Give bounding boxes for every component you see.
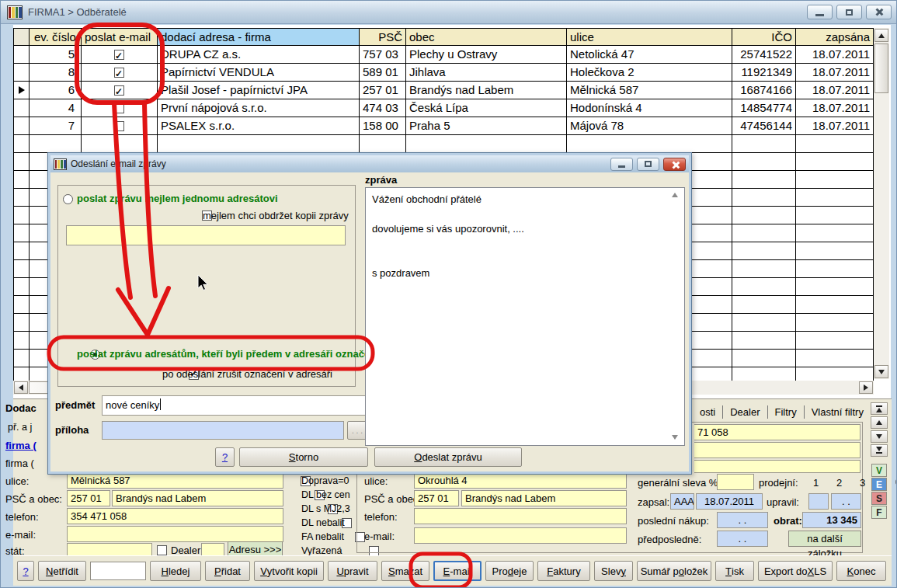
tab-partial[interactable]: osti [693, 406, 722, 418]
vyrazena-label: Vyřazená [301, 545, 342, 556]
faktury-button[interactable]: Faktury [537, 561, 590, 581]
table-row[interactable]: 6 Plašil Josef - papírnictví JPA 257 01 … [13, 82, 891, 99]
obec-field[interactable]: Brandýs nad Labem [112, 490, 283, 506]
upravit-button[interactable]: Upravit [328, 561, 377, 581]
telefon2-label: telefon: [364, 511, 398, 523]
posledni-nakup-label: poslední nákup: [638, 515, 709, 527]
header-psc[interactable]: PSČ [360, 28, 406, 46]
vscroll-thumb[interactable] [874, 43, 888, 93]
letter-button-s[interactable]: S [871, 492, 887, 505]
dealer-checkbox[interactable] [157, 545, 167, 555]
textarea-scroll-down-icon[interactable] [672, 435, 678, 440]
covered-field-2[interactable] [694, 442, 860, 458]
predmet-input[interactable]: nové ceníky [102, 395, 366, 416]
zapsal-field: AAA [670, 493, 694, 510]
ulice2-field[interactable]: Okrouhlá 4 [414, 472, 627, 489]
table-row[interactable]: 5 DRUPA CZ a.s. 757 03 Plechy u Ostravy … [13, 46, 891, 64]
email-label: e-mail: [5, 529, 36, 541]
dialog-maximize-button[interactable] [637, 158, 659, 171]
tab-dealer[interactable]: Dealer [723, 406, 767, 418]
smazat-button[interactable]: Smazat [381, 561, 429, 581]
email2-field[interactable] [414, 527, 627, 544]
table-empty-row[interactable] [13, 135, 891, 153]
vytvorit-kopii-button[interactable]: Vytvořit kopii [254, 561, 324, 581]
textarea-scroll-up-icon[interactable] [672, 193, 678, 197]
poslat-email-checkbox[interactable] [114, 103, 124, 113]
titlebar[interactable]: FIRMA1 > Odběratelé [1, 1, 897, 24]
dialog-titlebar[interactable]: Odeslání e-mail zprávy [50, 155, 689, 172]
slevy-button[interactable]: Slevy [594, 561, 633, 581]
header-obec[interactable]: obec [406, 28, 567, 46]
konec-button[interactable]: Konec [836, 561, 886, 581]
maximize-icon [645, 161, 652, 167]
priloha-input[interactable] [102, 421, 344, 440]
sumar-polozek-button[interactable]: Sumář položek [637, 561, 711, 581]
single-recipient-radio[interactable] [63, 194, 73, 204]
poslat-email-checkbox[interactable] [114, 68, 124, 78]
poslat-email-checkbox[interactable] [114, 50, 124, 60]
predposledne-field: . . [717, 531, 768, 547]
predposledne-label: předposledně: [638, 534, 701, 545]
netridit-button[interactable]: Netřídit [38, 561, 86, 581]
dialog-help-button[interactable]: ? [215, 447, 235, 467]
poslat-email-checkbox[interactable] [114, 121, 124, 131]
header-zapsana[interactable]: zapsána [796, 28, 874, 46]
table-vscrollbar[interactable] [874, 28, 889, 379]
firma-link[interactable]: firma ( [5, 440, 37, 451]
email-button[interactable]: E-mail [433, 561, 482, 581]
minimize-button[interactable] [807, 5, 833, 19]
header-poslat-email[interactable]: poslat e-mail [82, 28, 158, 46]
tab-vlastni-filtry[interactable]: Vlastní filtry [805, 406, 871, 418]
sleva-field[interactable] [717, 474, 754, 490]
psc-field[interactable]: 257 01 [67, 490, 110, 506]
dialog-icon [54, 158, 67, 170]
letter-button-f[interactable]: F [871, 506, 887, 519]
email-dialog: Odeslání e-mail zprávy poslat zprávu mej… [47, 152, 692, 475]
search-input[interactable] [90, 562, 146, 580]
storno-button[interactable]: Storno [239, 447, 368, 467]
table-row[interactable]: 8 Papírnictví VENDULA 589 01 Jihlava Hol… [13, 64, 891, 82]
poslat-email-checkbox[interactable] [114, 85, 124, 96]
psc2-field[interactable]: 257 01 [414, 490, 459, 506]
scroll-left-button[interactable] [14, 381, 28, 394]
scroll-down-button[interactable] [874, 365, 888, 378]
ulice-field[interactable]: Mělnická 587 [67, 472, 283, 489]
table-row[interactable]: 4 První nápojová s.r.o. 474 03 Česká Líp… [13, 99, 891, 117]
help-button[interactable]: ? [17, 561, 34, 581]
letter-button-v[interactable]: V [871, 464, 887, 477]
header-ev-cislo[interactable]: ev. číslo [30, 28, 82, 46]
pridat-button[interactable]: Přidat [205, 561, 250, 581]
telefon2-field[interactable] [414, 508, 627, 524]
covered-field-3[interactable] [694, 460, 860, 473]
header-ulice[interactable]: ulice [567, 28, 732, 46]
psc-obec-label: PSČ a obec: [5, 493, 62, 505]
header-ico[interactable]: IČO [732, 28, 796, 46]
next-tab-button[interactable]: na další záložku [788, 531, 861, 547]
scroll-right-button[interactable] [859, 381, 873, 394]
next-record-button[interactable] [871, 430, 888, 443]
zprava-textarea[interactable]: Vážení obchodní přátelé dovolujeme si vá… [365, 187, 685, 446]
prev-record-button[interactable] [871, 416, 888, 429]
prodeje-button[interactable]: Prodeje [485, 561, 534, 581]
recipient-email-field[interactable] [66, 225, 346, 245]
maximize-button[interactable] [836, 5, 862, 19]
obec2-field[interactable]: Brandýs nad Labem [461, 490, 627, 506]
covered-field-1[interactable]: 71 058 [694, 424, 860, 440]
close-button[interactable] [866, 5, 892, 19]
telefon-field[interactable]: 354 471 058 [67, 508, 283, 524]
tab-filtry[interactable]: Filtry [768, 406, 804, 418]
dialog-minimize-button[interactable] [610, 158, 633, 171]
header-dodaci-adresa[interactable]: dodací adresa - firma [158, 28, 360, 46]
tisk-button[interactable]: Tisk [715, 561, 754, 581]
scroll-up-button[interactable] [874, 29, 888, 42]
hledej-button[interactable]: Hledej [150, 561, 201, 581]
letter-button-e[interactable]: E [871, 478, 887, 491]
table-row[interactable]: 7 PSALEX s.r.o. 158 00 Praha 5 Májová 78… [13, 117, 891, 135]
send-message-button[interactable]: Odeslat zprávu [374, 447, 522, 467]
last-record-button[interactable] [871, 444, 888, 457]
email-field[interactable] [67, 526, 283, 542]
export-xls-button[interactable]: Export do XLS [758, 561, 833, 581]
header-selector [13, 28, 30, 46]
first-record-button[interactable] [871, 402, 888, 415]
dialog-close-button[interactable] [663, 158, 686, 171]
